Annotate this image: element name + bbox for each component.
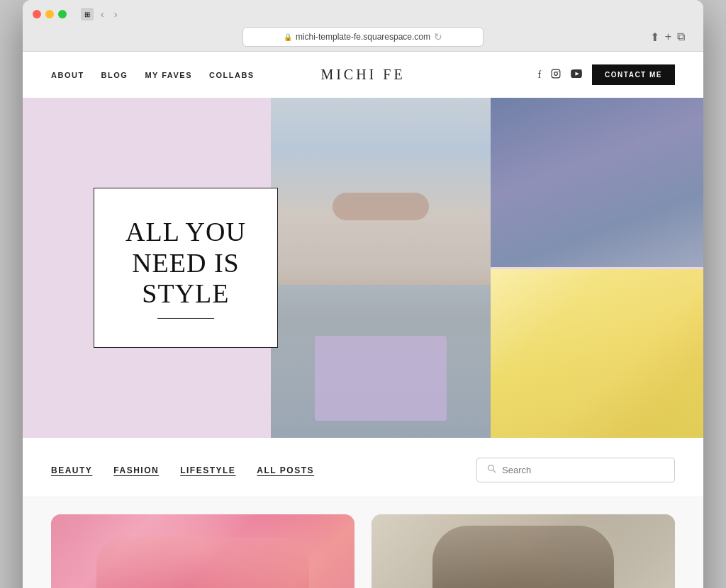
hero-section: ALL YOU NEED IS STYLE	[23, 98, 703, 438]
blog-card-2[interactable]	[372, 514, 675, 588]
youtube-icon[interactable]	[571, 69, 582, 81]
minimize-button[interactable]	[45, 10, 54, 18]
tab-fashion[interactable]: FASHION	[113, 465, 159, 475]
share-button[interactable]: ⬆	[650, 30, 659, 44]
hero-main-image	[271, 98, 491, 438]
instagram-icon[interactable]	[551, 69, 561, 81]
svg-point-2	[558, 71, 559, 72]
tab-grid-icon[interactable]: ⊞	[81, 8, 94, 21]
svg-rect-0	[552, 69, 560, 78]
browser-window: ⊞ ‹ › 🔒 michi-template-fe.squarespace.co…	[23, 0, 703, 588]
blog-filter-bar: BEAUTY FASHION LIFESTYLE ALL POSTS	[23, 438, 703, 497]
browser-actions: ⬆ + ⧉	[489, 30, 685, 44]
nav-about[interactable]: ABOUT	[51, 71, 84, 79]
search-box[interactable]	[476, 458, 675, 482]
new-tab-button[interactable]: +	[665, 30, 671, 43]
address-bar[interactable]: 🔒 michi-template-fe.squarespace.com ↻	[242, 27, 484, 47]
website-content: ABOUT BLOG MY FAVES COLLABS MICHI FE f	[23, 52, 703, 588]
site-logo[interactable]: MICHI FE	[320, 67, 405, 83]
blog-card-1[interactable]	[51, 514, 354, 588]
tab-all-posts[interactable]: ALL POSTS	[257, 465, 314, 475]
tab-beauty[interactable]: BEAUTY	[51, 465, 92, 475]
hero-side-images	[491, 98, 703, 438]
hero-underline	[157, 318, 214, 319]
hero-images	[271, 98, 703, 438]
tab-bar: ⊞ ‹ ›	[81, 7, 120, 21]
search-input[interactable]	[502, 465, 664, 475]
window-buttons	[33, 10, 67, 18]
hero-headline: ALL YOU NEED IS STYLE	[125, 217, 246, 310]
maximize-button[interactable]	[58, 10, 67, 18]
contact-button[interactable]: CONTACT ME	[592, 64, 675, 85]
facebook-icon[interactable]: f	[537, 69, 541, 81]
forward-button[interactable]: ›	[111, 7, 121, 21]
browser-controls: ⊞ ‹ ›	[33, 7, 693, 21]
tabs-button[interactable]: ⧉	[677, 30, 685, 43]
search-icon	[487, 464, 496, 476]
hero-text-box: ALL YOU NEED IS STYLE	[94, 188, 278, 348]
svg-point-1	[554, 72, 558, 75]
nav-right: f CONTACT ME	[537, 64, 675, 85]
tab-lifestyle[interactable]: LIFESTYLE	[180, 465, 235, 475]
nav-myfaves[interactable]: MY FAVES	[145, 71, 192, 79]
address-bar-row: 🔒 michi-template-fe.squarespace.com ↻ ⬆ …	[33, 27, 693, 51]
close-button[interactable]	[33, 10, 41, 18]
nav-left: ABOUT BLOG MY FAVES COLLABS	[51, 71, 255, 79]
blog-grid	[23, 497, 703, 588]
filter-tabs: BEAUTY FASHION LIFESTYLE ALL POSTS	[51, 465, 314, 475]
nav-collabs[interactable]: COLLABS	[209, 71, 255, 79]
reload-button[interactable]: ↻	[434, 31, 442, 43]
site-navigation: ABOUT BLOG MY FAVES COLLABS MICHI FE f	[23, 52, 703, 98]
nav-blog[interactable]: BLOG	[101, 71, 128, 79]
back-button[interactable]: ‹	[98, 7, 107, 21]
url-text: michi-template-fe.squarespace.com	[296, 32, 430, 42]
lock-icon: 🔒	[284, 33, 292, 41]
svg-line-4	[493, 470, 496, 473]
svg-point-3	[488, 465, 494, 471]
browser-chrome: ⊞ ‹ › 🔒 michi-template-fe.squarespace.co…	[23, 0, 703, 52]
